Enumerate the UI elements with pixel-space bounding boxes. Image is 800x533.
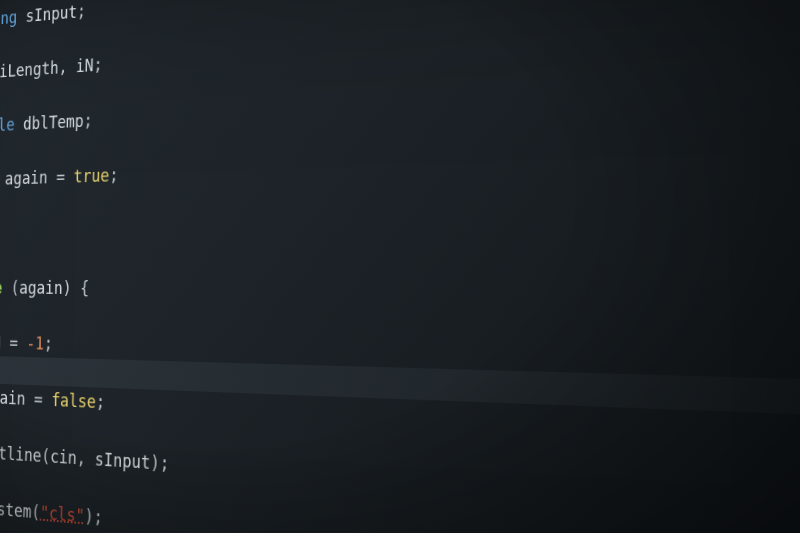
- code-line[interactable]: [0, 201, 800, 247]
- code-editor[interactable]: 16 17 18 19 20 21 22 23 24 25 526 527 52…: [0, 0, 800, 533]
- code-area[interactable]: string sInput; int iLength, iN; double d…: [0, 0, 800, 533]
- code-line[interactable]: while (again) {: [0, 274, 800, 311]
- code-line[interactable]: bool again = true;: [0, 128, 800, 194]
- viewport: 16 17 18 19 20 21 22 23 24 25 526 527 52…: [0, 0, 800, 533]
- code-line[interactable]: iN = -1;: [0, 328, 800, 386]
